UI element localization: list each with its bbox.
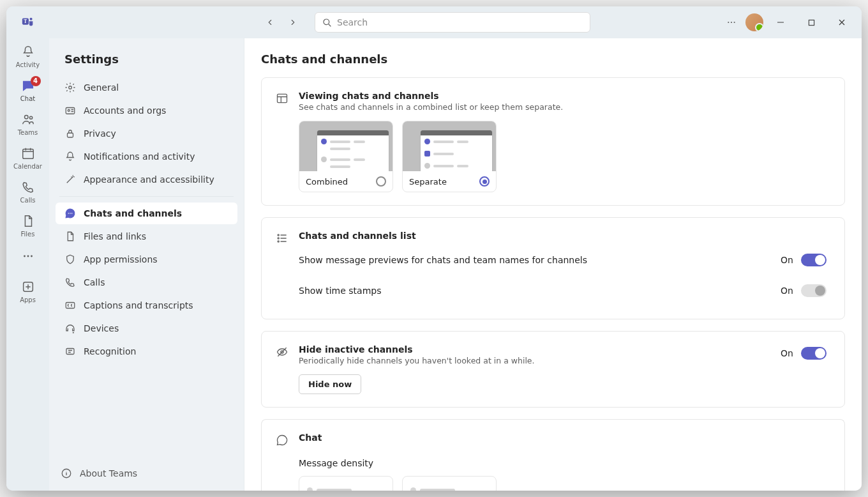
toggle-hide-inactive[interactable]: [801, 347, 827, 360]
nav-appearance[interactable]: Appearance and accessibility: [56, 169, 237, 190]
svg-rect-25: [278, 94, 287, 102]
layout-label: Separate: [409, 177, 447, 187]
layout-option-combined[interactable]: Combined: [299, 121, 393, 192]
svg-point-4: [728, 22, 729, 23]
minimize-button[interactable]: [767, 12, 794, 33]
nav-label: Notifications and activity: [84, 151, 195, 162]
list-icon: [276, 232, 288, 245]
toggle-timestamps[interactable]: [801, 284, 827, 297]
svg-rect-22: [66, 303, 75, 309]
bell-icon: [21, 45, 35, 59]
settings-title: Settings: [49, 38, 244, 76]
nav-label: Calls: [84, 277, 105, 287]
about-label: About Teams: [80, 468, 137, 478]
back-button[interactable]: [260, 12, 280, 33]
density-option-compact[interactable]: [402, 476, 497, 491]
rail-badge: 4: [31, 76, 41, 86]
card-sub: Periodically hide channels you haven't l…: [299, 356, 535, 365]
rail-calls[interactable]: Calls: [9, 176, 47, 206]
shell: Activity 4 Chat Teams Calendar Calls: [6, 38, 862, 491]
chevron-right-icon: [288, 18, 297, 27]
nav-calls[interactable]: Calls: [56, 271, 237, 293]
forward-button[interactable]: [283, 12, 303, 33]
nav-label: General: [84, 82, 119, 93]
nav-label: Devices: [84, 323, 119, 333]
svg-point-19: [68, 213, 70, 214]
rail-chat[interactable]: 4 Chat: [9, 75, 47, 105]
close-button[interactable]: [828, 12, 855, 33]
app-window: T Search: [6, 6, 862, 491]
settings-nav-list: General Accounts and orgs Privacy Notifi…: [49, 76, 244, 363]
svg-point-26: [278, 234, 279, 236]
maximize-icon: [808, 19, 815, 26]
svg-point-9: [29, 116, 32, 119]
content-inner: Chats and channels Viewing chats and cha…: [244, 38, 862, 491]
close-icon: [838, 19, 846, 26]
density-option-comfy[interactable]: [299, 476, 393, 491]
file-icon: [64, 231, 76, 242]
svg-point-27: [278, 238, 279, 239]
nav-devices[interactable]: Devices: [56, 317, 237, 339]
nav-label: Files and links: [84, 231, 146, 241]
svg-point-20: [70, 213, 71, 214]
ellipsis-icon: [726, 17, 737, 27]
nav-general[interactable]: General: [56, 77, 237, 98]
nav-label: Captions and transcripts: [84, 300, 193, 310]
bell-icon: [64, 151, 76, 162]
layout-option-separate[interactable]: Separate: [402, 121, 497, 192]
row-label: Show time stamps: [299, 286, 382, 296]
chat-bubble-icon: [64, 208, 76, 219]
nav-accounts[interactable]: Accounts and orgs: [56, 100, 237, 121]
svg-point-21: [71, 213, 73, 214]
card-title: Chat: [299, 432, 322, 443]
search-input[interactable]: Search: [315, 12, 590, 33]
nav-recognition[interactable]: Recognition: [56, 340, 237, 362]
rail-teams[interactable]: Teams: [9, 109, 47, 139]
radio-combined[interactable]: [376, 176, 386, 187]
chat-outline-icon: [276, 434, 288, 447]
nav-label: Recognition: [84, 346, 136, 356]
phone-icon: [21, 180, 35, 194]
rail-label: Calendar: [13, 163, 42, 170]
search-icon: [322, 17, 332, 27]
title-bar: T Search: [6, 6, 862, 38]
svg-point-17: [68, 110, 70, 112]
density-label: Message density: [299, 458, 830, 468]
more-options-button[interactable]: [721, 12, 742, 33]
toggle-message-previews[interactable]: [801, 254, 827, 266]
layout-label: Combined: [306, 177, 348, 187]
nav-permissions[interactable]: App permissions: [56, 249, 237, 270]
cc-icon: [64, 300, 76, 311]
layout-options: Combined: [299, 121, 830, 192]
layout-icon: [276, 92, 288, 105]
rail-activity[interactable]: Activity: [9, 41, 47, 71]
rail-apps[interactable]: Apps: [9, 276, 47, 306]
avatar[interactable]: [745, 13, 763, 31]
svg-rect-23: [66, 349, 74, 355]
nav-chats-channels[interactable]: Chats and channels: [56, 203, 237, 224]
card-chat-section: Chat Message density: [261, 419, 845, 491]
nav-captions[interactable]: Captions and transcripts: [56, 294, 237, 316]
hide-now-button[interactable]: Hide now: [299, 374, 361, 394]
info-icon: [61, 468, 72, 479]
search-placeholder: Search: [337, 17, 368, 27]
card-hide-inactive: Hide inactive channels Periodically hide…: [261, 331, 845, 408]
rail-label: Activity: [16, 61, 40, 68]
nav-notifications[interactable]: Notifications and activity: [56, 146, 237, 167]
radio-separate[interactable]: [479, 176, 490, 187]
maximize-button[interactable]: [798, 12, 825, 33]
nav-files-links[interactable]: Files and links: [56, 226, 237, 247]
rail-files[interactable]: Files: [9, 210, 47, 240]
rail-more[interactable]: [9, 245, 47, 266]
history-nav: [260, 12, 303, 33]
svg-point-5: [731, 22, 732, 23]
svg-point-3: [324, 19, 329, 25]
phone-icon: [64, 277, 76, 288]
settings-sidebar: Settings General Accounts and orgs Priva…: [49, 38, 244, 491]
nav-privacy[interactable]: Privacy: [56, 123, 237, 144]
gear-icon: [64, 82, 76, 93]
card-view-options: Viewing chats and channels See chats and…: [261, 77, 845, 206]
rail-calendar[interactable]: Calendar: [9, 142, 47, 172]
nav-about[interactable]: About Teams: [49, 460, 244, 491]
svg-rect-16: [66, 108, 75, 114]
